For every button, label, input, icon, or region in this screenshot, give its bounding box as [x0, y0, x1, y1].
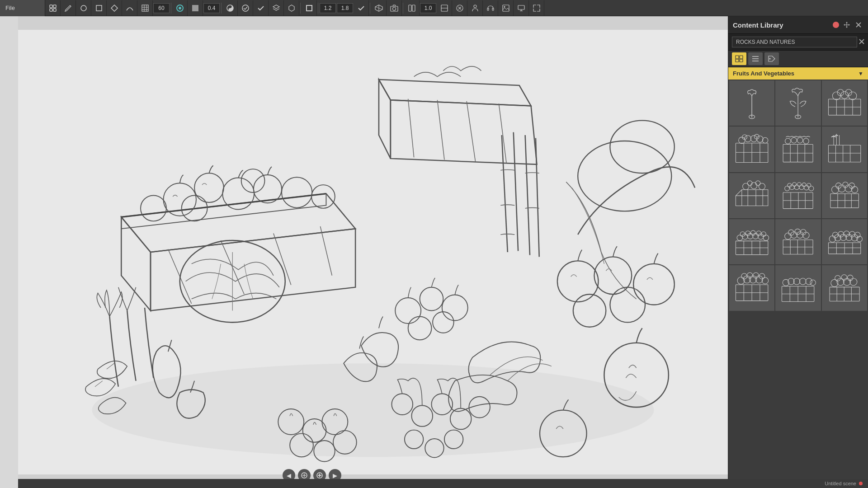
library-item-7[interactable]: [729, 173, 774, 218]
library-item-12[interactable]: [822, 219, 867, 264]
zoom-value[interactable]: 1.0: [420, 3, 436, 13]
opacity-value-1[interactable]: 0.4: [203, 3, 220, 13]
toolbar-btn-curve[interactable]: [122, 0, 137, 16]
close-panel-dot[interactable]: [833, 22, 839, 28]
svg-rect-33: [518, 5, 524, 9]
svg-point-17: [242, 5, 249, 11]
close-panel-btn[interactable]: [854, 20, 863, 30]
toolbar-grid-small[interactable]: [437, 0, 452, 16]
svg-point-32: [504, 6, 505, 7]
svg-point-185: [851, 186, 858, 192]
library-item-10[interactable]: [729, 219, 774, 264]
content-library-category[interactable]: Fruits And Vegetables ▼: [728, 67, 868, 80]
content-library-title: Content Library: [733, 21, 783, 29]
svg-point-141: [791, 138, 797, 143]
content-library-search-bar: [728, 34, 868, 51]
svg-point-242: [762, 277, 768, 284]
move-panel-icon[interactable]: [842, 20, 852, 30]
svg-point-15: [229, 6, 230, 7]
library-item-3[interactable]: [822, 80, 867, 126]
svg-point-157: [750, 182, 757, 188]
content-library-grid-inner: [729, 80, 867, 311]
library-item-5[interactable]: [775, 127, 821, 172]
toolbar-expand-btn[interactable]: [529, 0, 544, 16]
icon-tab-list[interactable]: [748, 52, 763, 65]
toolbar-check-circle[interactable]: [238, 0, 253, 16]
status-recording-dot: [859, 482, 863, 485]
canvas-area[interactable]: ◀ ▶: [18, 16, 728, 488]
library-item-14[interactable]: [775, 265, 821, 310]
toolbar-checkmark-btn[interactable]: [354, 0, 369, 16]
toolbar-yin-yang[interactable]: [222, 0, 238, 16]
content-library-header: Content Library: [728, 16, 868, 34]
svg-point-156: [743, 183, 749, 189]
svg-point-266: [849, 278, 857, 286]
icon-tab-grid[interactable]: [732, 52, 746, 65]
canvas-drawing[interactable]: [18, 30, 728, 474]
library-item-8[interactable]: [775, 173, 821, 218]
svg-point-132: [762, 138, 768, 143]
svg-point-210: [785, 233, 791, 239]
svg-rect-101: [736, 56, 739, 59]
library-item-1[interactable]: [729, 80, 774, 126]
content-library-grid[interactable]: [728, 80, 868, 479]
toolbar-headphone-btn[interactable]: [483, 0, 498, 16]
toolbar-monitor-btn[interactable]: [514, 0, 529, 16]
category-label: Fruits And Vegetables: [733, 70, 794, 77]
sep-6: [403, 3, 403, 14]
icon-tab-tag[interactable]: [764, 52, 779, 65]
sep-2: [221, 3, 222, 14]
library-item-13[interactable]: [729, 265, 774, 310]
toolbar: File: [0, 0, 868, 16]
toolbar-btn-1[interactable]: [45, 0, 61, 16]
svg-point-16: [229, 9, 230, 10]
svg-point-170: [804, 185, 809, 190]
toolbar-grid-large[interactable]: [404, 0, 420, 16]
svg-point-256: [806, 278, 812, 285]
toolbar-hexagon[interactable]: [284, 0, 299, 16]
toolbar-btn-rect[interactable]: [91, 0, 107, 16]
toolbar-bg-btn[interactable]: [452, 0, 467, 16]
toolbar-btn-pencil[interactable]: [61, 0, 76, 16]
opacity-value-3[interactable]: 1.8: [337, 3, 353, 13]
toolbar-3d-btn[interactable]: [371, 0, 387, 16]
svg-point-228: [832, 232, 838, 238]
toolbar-circle-filled[interactable]: [172, 0, 188, 16]
svg-point-188: [849, 183, 854, 188]
svg-point-169: [799, 185, 804, 190]
svg-point-214: [788, 230, 794, 235]
status-bar: Untitled scene: [18, 479, 868, 488]
toolbar-camera-btn[interactable]: [387, 0, 402, 16]
toolbar-btn-diamond[interactable]: [107, 0, 122, 16]
search-clear-btn[interactable]: [859, 38, 864, 46]
svg-rect-3: [53, 9, 56, 11]
toolbar-check-mark[interactable]: [253, 0, 269, 16]
opacity-value-2[interactable]: 1.2: [320, 3, 336, 13]
sep-4: [318, 3, 318, 14]
svg-rect-23: [409, 5, 411, 11]
library-item-15[interactable]: [822, 265, 867, 310]
file-menu[interactable]: File: [0, 0, 45, 16]
content-library-icon-tabs: [728, 51, 868, 67]
toolbar-square-outline[interactable]: [302, 0, 317, 16]
toolbar-square-filled[interactable]: [188, 0, 203, 16]
library-item-6[interactable]: [822, 127, 867, 172]
svg-rect-31: [503, 5, 509, 11]
svg-point-142: [797, 138, 803, 143]
svg-point-28: [474, 5, 476, 8]
svg-point-182: [831, 186, 839, 193]
svg-rect-1: [53, 5, 56, 8]
library-item-11[interactable]: [775, 219, 821, 264]
svg-rect-103: [736, 59, 739, 62]
brush-size-value[interactable]: 60: [153, 3, 170, 13]
scene-name-label: Untitled scene: [825, 481, 856, 486]
content-library-search-input[interactable]: [732, 37, 857, 47]
library-item-9[interactable]: [822, 173, 867, 218]
library-item-4[interactable]: [729, 127, 774, 172]
toolbar-person-btn[interactable]: [467, 0, 483, 16]
toolbar-btn-table[interactable]: [137, 0, 153, 16]
library-item-2[interactable]: [775, 80, 821, 126]
toolbar-image-btn[interactable]: [498, 0, 514, 16]
toolbar-layers[interactable]: [269, 0, 284, 16]
toolbar-btn-circle[interactable]: [76, 0, 91, 16]
